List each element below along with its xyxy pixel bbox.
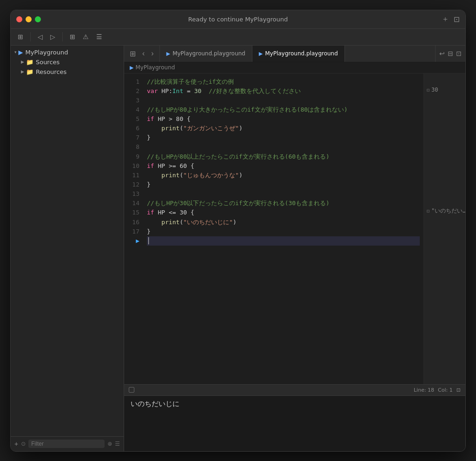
code-line-6: print("ガンガンいこうぜ")	[147, 124, 420, 133]
maximize-button[interactable]	[35, 16, 41, 22]
tab-forward-button[interactable]: ›	[149, 48, 155, 59]
titlebar: Ready to continue MyPlayground ＋ ⊡	[11, 10, 465, 29]
ln-5: 5	[124, 114, 139, 124]
layout-icon[interactable]: ⊡	[454, 15, 460, 24]
result-16[interactable]: ⊡ "いのちだい…	[427, 207, 463, 215]
sidebar-item-resources[interactable]: ▶ 📁 Resources	[11, 67, 124, 77]
sidebar-item-label: Sources	[36, 59, 60, 66]
breadcrumb-icon: ▶	[130, 65, 133, 71]
code-line-1: //比較演算子を使ったif文の例	[147, 77, 420, 87]
result-6	[427, 120, 463, 129]
sidebar-item-sources[interactable]: ▶ 📁 Sources	[11, 57, 124, 67]
toolbar: ⊞ ◁ ▷ ⊞ ⚠ ☰	[11, 29, 465, 46]
back-button[interactable]: ◁	[35, 32, 45, 42]
code-line-9: //もしHPが80以上だったらこのif文が実行される(60も含まれる)	[147, 152, 420, 161]
toolbar-divider-1	[30, 32, 31, 41]
output-text: いのちだいじに	[131, 400, 179, 408]
code-line-8	[147, 142, 420, 152]
breadcrumb: ▶ MyPlayground	[124, 62, 465, 73]
sidebar-item-label: Resources	[36, 68, 66, 75]
ln-18: ▶	[124, 236, 139, 246]
tab-icon-1: ▶	[166, 51, 170, 57]
result-1	[427, 77, 463, 86]
ln-6: 6	[124, 124, 139, 133]
window-title: Ready to continue MyPlayground	[188, 16, 288, 23]
breadcrumb-label: MyPlayground	[135, 64, 175, 71]
close-button[interactable]	[16, 16, 22, 22]
arrow-icon: ▶	[21, 69, 24, 74]
code-line-4: //もしHPが80より大きかったらこのif文が実行される(80は含まれない)	[147, 105, 420, 114]
tab-layout-button[interactable]: ⊡	[456, 50, 462, 57]
sidebar-tree: ▾ ▶ MyPlayground ▶ 📁 Sources ▶ 📁 Resourc…	[11, 46, 124, 436]
sidebar-toggle-button[interactable]: ⊞	[15, 32, 26, 42]
tabs: ▶ MyPlayground.playground ▶ MyPlayground…	[160, 46, 435, 62]
output-area: いのちだいじに	[124, 395, 465, 451]
code-line-18: │	[147, 236, 420, 246]
menu-button[interactable]: ☰	[94, 32, 105, 42]
ln-8: 8	[124, 142, 139, 152]
result-value-2: 30	[431, 86, 438, 94]
result-10	[427, 155, 463, 164]
folder-icon: 📁	[26, 68, 33, 75]
tab-myplayground-1[interactable]: ▶ MyPlayground.playground	[160, 46, 252, 62]
tab-back-button[interactable]: ‹	[140, 48, 146, 59]
result-4	[427, 103, 463, 112]
status-col: Col: 1	[438, 387, 453, 393]
result-3	[427, 94, 463, 103]
code-line-16: print("いのちだいじに")	[147, 218, 420, 227]
filter-input[interactable]	[28, 440, 105, 448]
forward-button[interactable]: ▷	[48, 32, 58, 42]
grid-button[interactable]: ⊞	[67, 32, 78, 42]
status-bar-right: Line: 18 Col: 1 ⊡	[414, 387, 461, 393]
result-12	[427, 172, 463, 181]
warning-button[interactable]: ⚠	[80, 32, 91, 42]
status-checkbox[interactable]	[129, 387, 134, 393]
minimize-button[interactable]	[26, 16, 32, 22]
tab-label-2: MyPlayground.playground	[265, 50, 338, 57]
line-numbers: 1 2 3 4 5 6 7 8 9 10 11 12 13 14 15 16 1	[124, 73, 145, 384]
sidebar-item-myplayground[interactable]: ▾ ▶ MyPlayground	[11, 47, 124, 57]
result-2[interactable]: ⊡ 30	[427, 86, 463, 94]
history-icon: ⊙	[21, 441, 26, 447]
add-icon[interactable]: ＋	[442, 14, 449, 24]
sidebar-footer: + ⊙ ⊕ ☰	[11, 436, 124, 451]
list-icon: ☰	[115, 441, 120, 447]
code-line-17: }	[147, 227, 420, 236]
status-bar: Line: 18 Col: 1 ⊡	[124, 384, 465, 395]
code-editor[interactable]: //比較演算子を使ったif文の例 var HP:Int = 30 //好きな整数…	[145, 73, 423, 384]
code-line-3	[147, 96, 420, 105]
result-icon-2: ⊡	[427, 87, 430, 94]
tab-bar-left: ⊞ ‹ ›	[124, 46, 160, 62]
result-14	[427, 189, 463, 198]
ln-1: 1	[124, 77, 139, 87]
ln-4: 4	[124, 105, 139, 114]
playground-icon: ▶	[19, 49, 23, 56]
filter-options-icon: ⊕	[107, 441, 112, 447]
tab-return-button[interactable]: ↩	[439, 50, 445, 57]
ln-15: 15	[124, 208, 139, 217]
toolbar-divider-2	[62, 32, 63, 41]
code-line-11: print("じゅもんつかうな")	[147, 171, 420, 180]
traffic-lights	[16, 16, 41, 22]
result-9	[427, 146, 463, 155]
result-value-16: "いのちだい…	[431, 207, 465, 215]
add-item-button[interactable]: +	[14, 440, 18, 448]
arrow-icon: ▾	[14, 50, 17, 54]
arrow-icon: ▶	[21, 60, 24, 64]
ln-16: 16	[124, 218, 139, 227]
code-area[interactable]: 1 2 3 4 5 6 7 8 9 10 11 12 13 14 15 16 1	[124, 73, 465, 384]
code-line-5: if HP > 80 {	[147, 114, 420, 124]
ln-17: 17	[124, 227, 139, 236]
tab-myplayground-2[interactable]: ▶ MyPlayground.playground	[252, 46, 345, 62]
result-8	[427, 138, 463, 147]
folder-icon: 📁	[26, 59, 33, 66]
tab-bar: ⊞ ‹ › ▶ MyPlayground.playground ▶ MyPlay…	[124, 46, 465, 62]
code-line-2: var HP:Int = 30 //好きな整数を代入してください	[147, 87, 420, 96]
tab-split-button[interactable]: ⊟	[448, 50, 453, 57]
tab-grid-button[interactable]: ⊞	[128, 48, 138, 59]
status-expand-icon[interactable]: ⊡	[456, 387, 461, 393]
result-5	[427, 112, 463, 120]
code-line-12: }	[147, 180, 420, 189]
ln-14: 14	[124, 199, 139, 208]
result-11	[427, 163, 463, 172]
